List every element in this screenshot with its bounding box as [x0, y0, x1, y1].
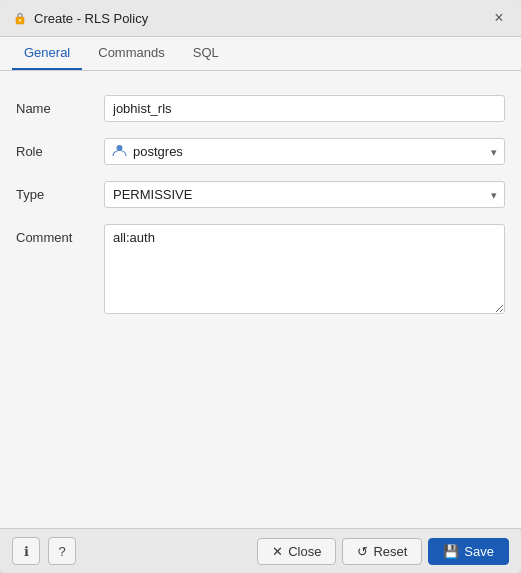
- role-select-wrapper: postgres ▾: [104, 138, 505, 165]
- tab-commands[interactable]: Commands: [86, 37, 176, 70]
- save-button[interactable]: 💾 Save: [428, 538, 509, 565]
- tab-sql[interactable]: SQL: [181, 37, 231, 70]
- dialog-header: Create - RLS Policy ×: [0, 0, 521, 37]
- comment-row: Comment all:auth: [0, 216, 521, 325]
- type-select[interactable]: PERMISSIVE RESTRICTIVE: [104, 181, 505, 208]
- name-control: [104, 95, 505, 122]
- dialog-title: Create - RLS Policy: [34, 11, 483, 26]
- comment-textarea[interactable]: all:auth: [104, 224, 505, 314]
- comment-control: all:auth: [104, 224, 505, 317]
- footer-actions: ✕ Close ↺ Reset 💾 Save: [257, 538, 509, 565]
- help-button[interactable]: ?: [48, 537, 76, 565]
- save-icon: 💾: [443, 544, 459, 559]
- close-dialog-button[interactable]: ×: [489, 8, 509, 28]
- name-label: Name: [16, 95, 96, 116]
- save-button-label: Save: [464, 544, 494, 559]
- lock-icon: [12, 10, 28, 26]
- close-button-label: Close: [288, 544, 321, 559]
- type-row: Type PERMISSIVE RESTRICTIVE ▾: [0, 173, 521, 216]
- reset-button[interactable]: ↺ Reset: [342, 538, 422, 565]
- type-control: PERMISSIVE RESTRICTIVE ▾: [104, 181, 505, 208]
- role-select[interactable]: postgres: [104, 138, 505, 165]
- type-label: Type: [16, 181, 96, 202]
- svg-point-1: [19, 20, 21, 22]
- reset-button-label: Reset: [373, 544, 407, 559]
- name-row: Name: [0, 87, 521, 130]
- close-x-icon: ✕: [272, 544, 283, 559]
- form-content: Name Role postgres: [0, 71, 521, 528]
- tab-general[interactable]: General: [12, 37, 82, 70]
- dialog: Create - RLS Policy × General Commands S…: [0, 0, 521, 573]
- role-row: Role postgres ▾: [0, 130, 521, 173]
- close-button[interactable]: ✕ Close: [257, 538, 336, 565]
- name-input[interactable]: [104, 95, 505, 122]
- role-control: postgres ▾: [104, 138, 505, 165]
- reset-icon: ↺: [357, 544, 368, 559]
- comment-label: Comment: [16, 224, 96, 245]
- dialog-footer: ℹ ? ✕ Close ↺ Reset 💾 Save: [0, 528, 521, 573]
- tab-bar: General Commands SQL: [0, 37, 521, 71]
- role-label: Role: [16, 138, 96, 159]
- type-select-wrapper: PERMISSIVE RESTRICTIVE ▾: [104, 181, 505, 208]
- info-button[interactable]: ℹ: [12, 537, 40, 565]
